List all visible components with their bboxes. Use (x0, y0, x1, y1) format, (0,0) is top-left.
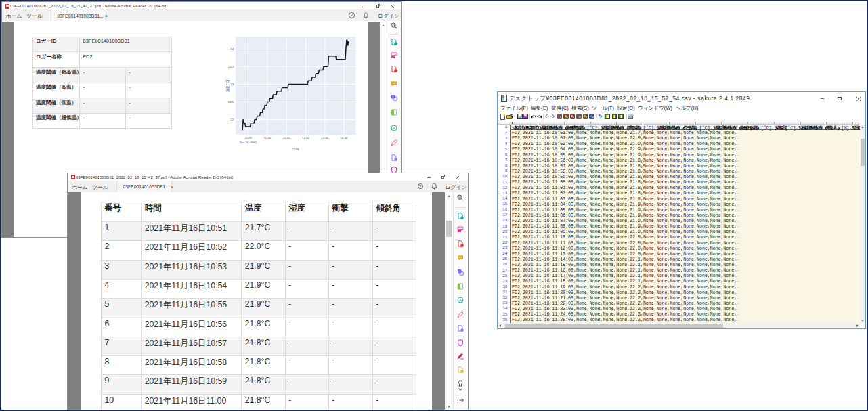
svg-text:温度[°C]: 温度[°C] (225, 79, 230, 92)
svg-text:11:00: 11:00 (244, 136, 252, 139)
svg-text:A: A (393, 126, 395, 130)
svg-text:日時: 日時 (292, 148, 299, 150)
svg-text:12:00: 12:00 (283, 136, 290, 139)
svg-text:22.5: 22.5 (228, 100, 234, 104)
svg-text:11:30: 11:30 (264, 136, 272, 139)
svg-text:A: A (459, 298, 462, 302)
svg-text:12:30: 12:30 (302, 136, 309, 139)
svg-text:13:00: 13:00 (321, 136, 328, 139)
svg-text:22: 22 (231, 118, 234, 121)
svg-text:24: 24 (231, 47, 234, 51)
svg-text:Nov 16, 2021: Nov 16, 2021 (240, 140, 257, 144)
svg-text:23.5: 23.5 (228, 65, 234, 68)
svg-text:23: 23 (231, 83, 234, 86)
svg-text:13:30: 13:30 (341, 136, 348, 139)
